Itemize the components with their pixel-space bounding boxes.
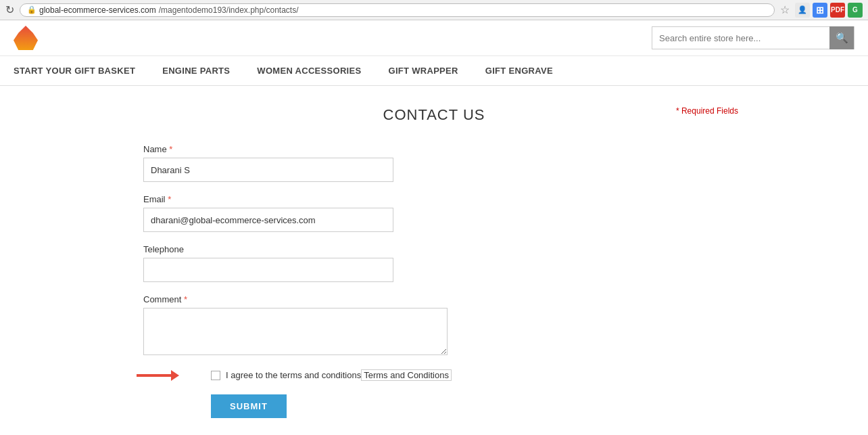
telephone-field-group: Telephone <box>143 244 725 282</box>
name-field-group: Name * <box>143 144 725 182</box>
terms-conditions-link[interactable]: Terms and Conditions <box>361 369 452 381</box>
address-bar[interactable]: 🔒 global-ecommerce-services.com /magento… <box>20 3 775 17</box>
nav-item-gift-basket[interactable]: START YOUR GIFT BASKET <box>14 66 135 76</box>
page-title: CONTACT US <box>143 106 725 124</box>
name-input[interactable] <box>143 158 393 182</box>
comment-field-group: Comment * <box>143 294 725 357</box>
search-input[interactable] <box>652 33 829 43</box>
comment-required-star: * <box>184 294 187 304</box>
submit-button[interactable]: SUBMIT <box>211 394 287 418</box>
email-label: Email * <box>143 194 725 204</box>
telephone-input[interactable] <box>143 258 393 282</box>
nav-item-women-accessories[interactable]: WOMEN ACCESSORIES <box>257 66 361 76</box>
logo-flame-icon <box>14 26 38 50</box>
terms-checkbox[interactable] <box>211 371 220 380</box>
browser-bar: ↻ 🔒 global-ecommerce-services.com /magen… <box>0 0 868 20</box>
name-required-star: * <box>169 144 172 154</box>
terms-text: I agree to the terms and conditions <box>226 370 361 380</box>
email-required-star: * <box>168 194 171 204</box>
url-domain: global-ecommerce-services.com <box>39 5 156 15</box>
comment-textarea[interactable] <box>143 308 448 355</box>
ext-green-icon[interactable]: G <box>848 3 863 18</box>
submit-row: SUBMIT <box>197 394 725 418</box>
name-label: Name * <box>143 144 725 154</box>
ext-grid-icon[interactable]: ⊞ <box>813 3 827 18</box>
reload-icon[interactable]: ↻ <box>5 3 14 16</box>
arrow-indicator <box>137 374 174 377</box>
site-header: 🔍 <box>0 20 868 56</box>
nav-item-engine-parts[interactable]: ENGINE PARTS <box>162 66 230 76</box>
search-bar: 🔍 <box>652 26 854 49</box>
search-button[interactable]: 🔍 <box>829 26 854 49</box>
ext-person-icon[interactable]: 👤 <box>795 3 810 18</box>
lock-icon: 🔒 <box>27 5 37 14</box>
site-logo[interactable] <box>14 26 38 50</box>
email-input[interactable] <box>143 208 393 232</box>
ext-pdf-icon[interactable]: PDF <box>830 3 845 18</box>
telephone-label: Telephone <box>143 244 725 254</box>
extension-icons: 👤 ⊞ PDF G <box>795 3 863 18</box>
bookmark-icon[interactable]: ☆ <box>780 3 790 16</box>
required-note: * Required Fields <box>676 106 738 116</box>
comment-label: Comment * <box>143 294 725 304</box>
main-content: CONTACT US * Required Fields Name * Emai… <box>130 86 738 432</box>
nav-item-gift-engrave[interactable]: GIFT ENGRAVE <box>485 66 553 76</box>
site-nav: START YOUR GIFT BASKET ENGINE PARTS WOME… <box>0 56 868 86</box>
url-path: /magentodemo193/index.php/contacts/ <box>159 5 299 15</box>
terms-row: I agree to the terms and conditions Term… <box>197 369 725 381</box>
nav-item-gift-wrapper[interactable]: GIFT WRAPPER <box>388 66 458 76</box>
email-field-group: Email * <box>143 194 725 232</box>
